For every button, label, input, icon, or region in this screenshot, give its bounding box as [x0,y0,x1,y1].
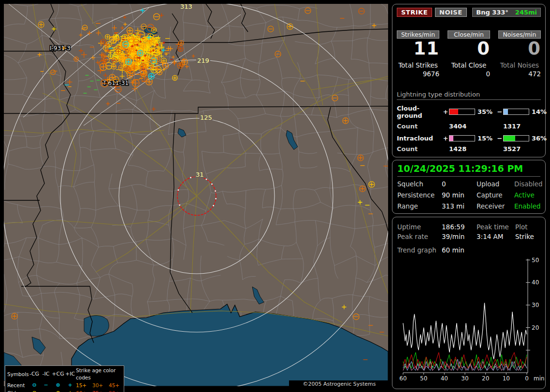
status-value: 0 [442,180,477,188]
svg-text:20: 20 [532,324,539,331]
bearing-distance: 245mi [515,9,537,16]
bearing-value: Bng 333° [476,9,508,16]
count-label: Count [397,145,449,153]
positive-pct: 35% [475,108,496,115]
negative-bar [503,109,529,115]
svg-text:10: 10 [503,375,510,381]
svg-text:40: 40 [532,279,539,286]
strike-symbol-glyph: + [64,381,76,389]
noise-toggle-button[interactable]: NOISE [435,8,467,17]
status-label: Capture [477,191,514,199]
total-label: Total Strikes [397,61,439,69]
distribution-type-label: Intracloud [397,135,442,142]
svg-text:219: 219 [197,57,209,64]
uptime-value: 186:59 [442,223,477,231]
storm-track-label: I-931-3 [50,45,71,52]
svg-text:50: 50 [420,375,427,381]
legend-row-label: Old [7,390,29,392]
legend-symbols-title: Symbols [7,371,29,378]
distribution-type-label: Cloud-ground [397,105,442,119]
strike-symbol-glyph: − [40,389,52,392]
peak-time-label: Peak time [477,223,515,231]
strike-symbol-glyph: ⊕ [52,381,64,389]
counters-panel: STRIKE NOISE Bng 333° 245mi Strikes/min … [392,4,546,157]
copyright-text: ©2005 Astrogenic Systems [289,380,390,388]
negative-pct: 36% [529,135,549,142]
age-code: 75+ [92,390,109,392]
svg-text:125: 125 [200,114,212,121]
rate-column: Noises/min 0 Total Noises 472 [498,30,541,78]
legend-col-ncg: -CG [29,370,40,378]
plot-label: Plot [515,223,540,231]
count-row: Count 3404 1317 [397,123,541,130]
age-code: 30+ [92,382,109,389]
total-label: Total Close [448,61,490,69]
status-value: 313 mi [442,202,477,210]
datetime-display: 10/24/2025 11:29:16 PM [397,163,540,177]
peak-rate-label: Peak rate [397,233,442,240]
svg-text:30: 30 [532,302,539,308]
svg-text:20: 20 [482,375,489,381]
status-label: Persistence [397,191,442,199]
positive-bar [449,135,475,141]
svg-text:min: min [534,375,544,381]
peak-time-value: 3:14 AM [477,233,515,240]
plot-value: Strike [515,233,540,240]
strike-symbol-glyph: ⊖ [29,389,40,392]
positive-count: 1428 [449,145,503,153]
legend-row-label: Recent [7,382,29,389]
rate-header: Close/min [448,30,490,39]
count-label: Count [397,123,449,130]
negative-bar [503,135,529,141]
legend-row: Recent⊖−⊕+15+30+45+ [7,381,122,389]
positive-count: 3404 [449,123,503,130]
svg-text:31: 31 [196,171,204,178]
status-value: Active [514,191,540,199]
svg-text:0: 0 [525,375,529,381]
rate-header: Noises/min [498,30,541,39]
trend-graph-label: Trend graph [397,246,442,254]
age-code: 90+ [109,390,123,392]
rate-value: 0 [448,40,490,58]
status-label: Upload [477,180,514,188]
status-label: Receiver [477,202,514,210]
legend-col-nic: -IC [40,370,52,378]
rate-column: Close/min 0 Total Close 0 [448,30,490,78]
rate-value: 11 [397,40,439,58]
total-value: 472 [498,70,541,78]
svg-text:50: 50 [532,257,539,264]
rate-value: 0 [498,40,541,58]
negative-pct: 14% [529,108,549,115]
age-code: 45+ [109,382,123,389]
legend-row: Old⊖−⊕+60+75+90+ [7,389,122,392]
uptime-label: Uptime [397,223,442,231]
strike-symbol-glyph: ⊖ [29,381,40,389]
age-code: 60+ [76,390,92,392]
status-row: Persistence 90 min Capture Active [397,191,540,199]
distribution-title: Lightning type distribution [397,91,541,100]
lightning-map[interactable]: 313219125I-931-3T-611-3131 [4,4,388,386]
rate-column: Strikes/min 11 Total Strikes 9676 [397,30,439,78]
positive-pct: 15% [475,135,496,142]
status-value: Disabled [514,180,543,188]
age-code: 15+ [76,382,92,389]
strike-symbol-glyph: ⊕ [52,389,64,392]
negative-sign: − [496,135,503,142]
positive-sign: + [442,108,449,115]
total-value: 0 [448,70,490,78]
total-label: Total Noises [498,61,541,69]
legend-col-pic: +IC [64,370,76,378]
strike-symbol-glyph: + [64,389,76,392]
svg-text:60: 60 [399,375,406,381]
status-panel: 10/24/2025 11:29:16 PM Squelch 0 Upload … [392,160,546,214]
trend-graph: 203040506050403020100min [397,255,544,381]
app-window: 313219125I-931-3T-611-3131 Symbols -CG -… [0,0,550,392]
bearing-readout: Bng 333° 245mi [472,8,541,17]
status-row: Range 313 mi Receiver Enabled [397,202,540,210]
strike-toggle-button[interactable]: STRIKE [397,8,432,17]
legend-age-title: Strike age color codes [76,367,123,381]
count-row: Count 1428 3527 [397,145,541,153]
positive-bar [449,109,475,115]
positive-sign: + [442,135,449,142]
status-label: Range [397,202,442,210]
